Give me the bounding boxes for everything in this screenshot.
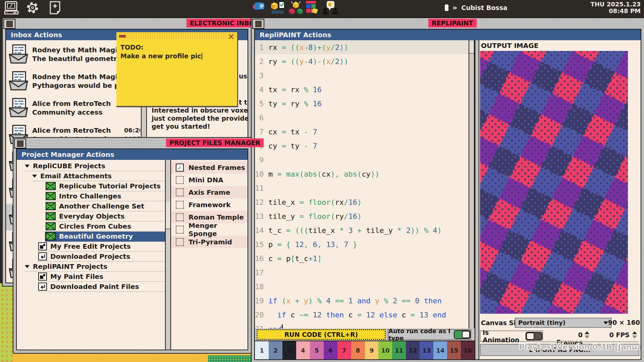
code-line[interactable]: 15 p = { 12, 6, 13, 7 } xyxy=(255,237,469,251)
replipaint-window-title[interactable]: REPLIPAINT xyxy=(428,19,477,27)
checklist-item[interactable]: Mini DNA xyxy=(171,174,248,186)
code-line[interactable]: 2 ry = ((y-4)-(x/2)) xyxy=(255,54,469,68)
sticky-note[interactable]: × TODO: Make a new profile pic xyxy=(116,32,238,107)
palette-swatch[interactable]: 10 xyxy=(378,341,392,359)
new-document-icon[interactable] xyxy=(49,1,64,14)
community-avatars-app-icon[interactable] xyxy=(323,1,337,14)
palette-swatch[interactable]: 15 xyxy=(447,341,461,359)
palette-swatch[interactable]: 6 xyxy=(324,341,337,359)
tree-item[interactable]: Everyday Objects xyxy=(17,212,165,222)
checkbox[interactable]: ✓ xyxy=(176,164,184,172)
code-line[interactable]: 1 rx = ((x-8)+(y/2)) xyxy=(255,40,469,54)
tree-item[interactable]: Email Attachments xyxy=(17,171,165,181)
checkbox[interactable] xyxy=(176,226,184,234)
code-editor-scrollbar[interactable] xyxy=(469,40,475,359)
code-line[interactable]: 14 t_c = (((tile_x * 3 + tile_y * 2)) % … xyxy=(255,223,469,237)
checkbox[interactable] xyxy=(176,213,184,221)
code-line[interactable]: 12 tile_x = floor(rx/16) xyxy=(255,195,469,209)
tree-item[interactable]: RepliCUBE Projects xyxy=(17,161,165,171)
palette-swatch[interactable]: 9 xyxy=(365,341,379,359)
replipaint-titlebar[interactable]: REPLIPAINT xyxy=(252,18,644,29)
code-line[interactable]: 7 cx = tx - 7 xyxy=(255,125,469,139)
tree-item[interactable]: My Free Edit Projects xyxy=(17,242,165,252)
tree-item[interactable]: Another Challenge Set xyxy=(17,201,165,212)
inbox-titlebar[interactable]: ELECTRONIC INBOX xyxy=(3,18,251,29)
checkbox[interactable] xyxy=(176,238,184,246)
palette-swatch[interactable]: 14 xyxy=(433,341,447,359)
code-line[interactable]: 20 if c ~= 12 then c = 12 else c = 13 en… xyxy=(255,308,469,322)
palette-swatch[interactable]: 7 xyxy=(337,341,351,359)
settings-gear-icon[interactable] xyxy=(25,1,40,14)
code-line[interactable]: 16 c = p[t_c+1] xyxy=(255,251,469,265)
fps-stepper[interactable] xyxy=(632,331,637,339)
frames-stepper[interactable] xyxy=(585,331,589,339)
run-code-button[interactable]: RUN CODE (CTRL+R) xyxy=(257,329,386,340)
checkbox[interactable] xyxy=(176,188,184,196)
project-manager-actions-menu[interactable]: Project Manager Actions xyxy=(17,149,248,160)
chevron-down-icon[interactable] xyxy=(25,265,30,268)
note-title-strip[interactable]: × xyxy=(116,32,237,40)
autorun-toggle[interactable] xyxy=(454,330,471,339)
palette-swatch[interactable]: 11 xyxy=(392,341,406,359)
code-line[interactable]: 9 xyxy=(255,153,469,167)
checklist-item[interactable]: Framework xyxy=(171,198,248,211)
checkbox[interactable] xyxy=(176,201,184,209)
code-line[interactable]: 17 xyxy=(255,265,469,280)
code-line[interactable]: 10 m = max(abs(cx), abs(cy)) xyxy=(255,167,469,181)
computer-icon[interactable] xyxy=(4,1,19,14)
checklist-item[interactable]: Tri-Pyramid xyxy=(171,236,248,248)
code-line[interactable]: 18 xyxy=(255,280,469,294)
task-checklist-app-icon[interactable] xyxy=(270,1,285,14)
chevron-down-icon[interactable] xyxy=(32,175,37,178)
code-line[interactable]: 6 xyxy=(255,111,469,125)
color-grid-app-icon[interactable] xyxy=(304,1,319,14)
canvas-size-dropdown[interactable]: Portrait (tiny) xyxy=(515,318,611,328)
note-close-icon[interactable]: × xyxy=(228,32,234,41)
mailbox-app-icon[interactable]: P xyxy=(252,1,267,14)
palette-swatch[interactable]: 3 xyxy=(282,341,296,359)
pane-divider[interactable] xyxy=(475,40,479,359)
music-stop-icon[interactable] xyxy=(445,4,448,11)
code-editor[interactable]: 1 rx = ((x-8)+(y/2)) 2 ry = ((y-4)-(x/2)… xyxy=(255,40,469,359)
palette-swatch[interactable]: 1 xyxy=(255,341,269,359)
chevron-down-icon[interactable] xyxy=(25,165,30,168)
palette-swatch[interactable]: 12 xyxy=(406,341,420,359)
music-skip-icon[interactable]: » xyxy=(452,4,457,11)
palette-swatch[interactable]: 16 xyxy=(461,341,475,359)
palette-swatch[interactable]: 8 xyxy=(351,341,365,359)
scrollbar-thumb[interactable] xyxy=(469,42,474,54)
tree-item[interactable]: Downloaded Projects xyxy=(17,252,165,262)
checklist-item[interactable]: ✓ Nested Frames xyxy=(171,161,248,174)
checklist-item[interactable]: Axis Frame xyxy=(171,186,248,198)
tree-item[interactable]: Beautiful Geometry xyxy=(17,232,165,242)
window-menu-button[interactable] xyxy=(14,138,26,148)
code-line[interactable]: 4 tx = rx % 16 xyxy=(255,82,469,97)
code-line[interactable]: 19 if (x + y) % 4 == 1 and y % 2 == 0 th… xyxy=(255,294,469,308)
tree-item[interactable]: Replicube Tutorial Projects xyxy=(17,181,165,191)
code-line[interactable]: 11 xyxy=(255,181,469,195)
code-line[interactable]: 5 ty = ry % 16 xyxy=(255,97,469,111)
output-image-canvas[interactable] xyxy=(480,51,628,314)
project-tree-scrollbar[interactable] xyxy=(165,160,171,350)
code-line[interactable]: 3 xyxy=(255,68,469,82)
tree-item[interactable]: My Paint Files xyxy=(17,272,165,282)
checklist-item[interactable]: Menger Sponge xyxy=(171,223,248,236)
tree-item[interactable]: Circles From Cubes xyxy=(17,222,165,232)
tree-item[interactable]: Intro Challenges xyxy=(17,191,165,201)
code-line[interactable]: 13 tile_y = floor(ry/16) xyxy=(255,209,469,223)
replipaint-actions-menu[interactable]: RepliPAINT Actions xyxy=(255,29,641,40)
tree-item[interactable]: Downloaded Paint Files xyxy=(17,282,165,292)
is-animation-toggle[interactable] xyxy=(526,332,542,341)
window-menu-button[interactable] xyxy=(3,19,15,29)
palette-swatch[interactable]: 4 xyxy=(296,341,310,359)
palette-swatch[interactable]: 2 xyxy=(269,341,282,359)
scrollbar-thumb[interactable] xyxy=(166,202,170,229)
window-menu-button[interactable] xyxy=(252,19,264,29)
voxel-cubes-app-icon[interactable] xyxy=(288,1,303,14)
project-window-title[interactable]: PROJECT FILES MANAGER xyxy=(166,138,264,147)
palette-swatch[interactable]: 5 xyxy=(310,341,324,359)
checkbox[interactable] xyxy=(176,176,184,184)
note-line[interactable]: Make a new profile pic xyxy=(120,52,202,60)
project-titlebar[interactable]: PROJECT FILES MANAGER xyxy=(13,138,251,148)
note-minimize-button[interactable] xyxy=(119,35,126,38)
